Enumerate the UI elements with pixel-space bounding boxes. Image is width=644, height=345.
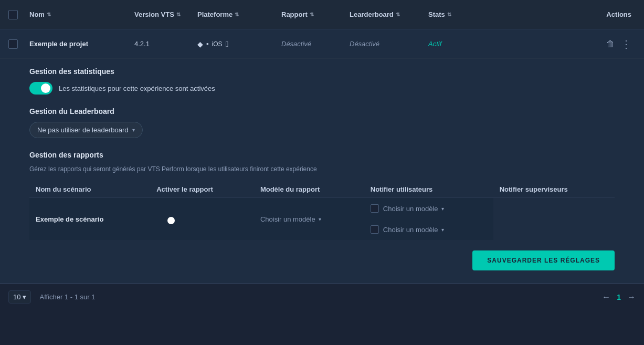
col-header-version[interactable]: Version VTS ⇅ bbox=[134, 11, 197, 18]
col-plateforme-sort-icon: ⇅ bbox=[235, 12, 239, 17]
col-header-actions: Actions bbox=[491, 11, 636, 18]
platform-icons-group: ◆ ▪ iOS  bbox=[197, 39, 281, 48]
platform-cell: ◆ ▪ iOS  bbox=[197, 39, 281, 48]
main-container: Nom ⇅ Version VTS ⇅ Plateforme ⇅ Rapport… bbox=[0, 0, 644, 345]
ios-label: iOS bbox=[212, 40, 223, 48]
col-nom-label: Nom bbox=[29, 11, 45, 18]
leaderboard-dropdown-caret-icon: ▾ bbox=[132, 127, 135, 133]
save-button-row: SAUVEGARDER LES RÉGLAGES bbox=[29, 250, 615, 270]
stats-status: Actif bbox=[428, 40, 441, 48]
report-model-dropdown[interactable]: Choisir un modèle ▾ bbox=[260, 215, 321, 223]
leaderboard-status-cell: Désactivé bbox=[350, 40, 428, 48]
current-page-number: 1 bbox=[617, 293, 621, 301]
scenario-name: Exemple de scénario bbox=[36, 215, 103, 223]
col-report-model: Modèle du rapport bbox=[254, 181, 364, 198]
col-plateforme-label: Plateforme bbox=[197, 11, 233, 18]
col-rapport-sort-icon: ⇅ bbox=[310, 12, 314, 17]
save-settings-button[interactable]: SAUVEGARDER LES RÉGLAGES bbox=[472, 250, 615, 270]
col-leaderboard-label: Learderboard bbox=[350, 11, 394, 18]
more-options-icon[interactable]: ⋮ bbox=[621, 38, 631, 50]
project-name: Exemple de projet bbox=[29, 40, 88, 48]
select-all-checkbox[interactable] bbox=[8, 10, 18, 19]
version-cell: 4.2.1 bbox=[134, 40, 197, 48]
next-page-arrow[interactable]: → bbox=[627, 292, 636, 302]
col-actions-label: Actions bbox=[606, 11, 631, 18]
stats-toggle-slider bbox=[29, 82, 52, 95]
col-activate-report: Activer le rapport bbox=[150, 181, 254, 198]
col-notify-users: Notifier utilisateurs bbox=[364, 181, 493, 198]
pagination-right: ← 1 → bbox=[602, 292, 636, 302]
leaderboard-section: Gestion du Leaderboard Ne pas utiliser d… bbox=[29, 107, 615, 138]
delete-icon[interactable]: 🗑 bbox=[606, 39, 615, 49]
col-leaderboard-sort-icon: ⇅ bbox=[396, 12, 400, 17]
row-checkbox-cell bbox=[8, 39, 29, 49]
prev-page-arrow[interactable]: ← bbox=[602, 292, 610, 302]
notify-supervisors-caret-icon: ▾ bbox=[441, 227, 444, 233]
page-info: Afficher 1 - 1 sur 1 bbox=[39, 293, 95, 301]
notify-users-cell: Choisir un modèle ▾ bbox=[364, 198, 493, 219]
row-actions-cell: 🗑 ⋮ bbox=[491, 38, 636, 50]
rapport-status: Désactivé bbox=[281, 40, 311, 48]
leaderboard-section-title: Gestion du Leaderboard bbox=[29, 107, 615, 116]
header-checkbox-cell bbox=[8, 10, 29, 19]
notify-supervisors-checkbox[interactable] bbox=[371, 225, 379, 234]
col-version-sort-icon: ⇅ bbox=[176, 12, 181, 17]
col-header-rapport[interactable]: Rapport ⇅ bbox=[281, 11, 350, 18]
notify-users-checkbox[interactable] bbox=[371, 204, 379, 213]
expanded-content: Gestion des statistiques Les statistique… bbox=[0, 59, 644, 283]
row-actions-group: 🗑 ⋮ bbox=[606, 38, 631, 50]
version-value: 4.2.1 bbox=[134, 40, 150, 48]
rapport-status-cell: Désactivé bbox=[281, 40, 350, 48]
table-header: Nom ⇅ Version VTS ⇅ Plateforme ⇅ Rapport… bbox=[0, 0, 644, 29]
notify-users-dropdown[interactable]: Choisir un modèle ▾ bbox=[383, 205, 444, 213]
col-rapport-label: Rapport bbox=[281, 11, 308, 18]
per-page-value: 10 bbox=[13, 293, 20, 301]
expanded-row: Exemple de projet 4.2.1 ◆ ▪ iOS  Désact… bbox=[0, 29, 644, 284]
reports-description: Gérez les rapports qui seront générés pa… bbox=[29, 165, 615, 173]
notify-users-caret-icon: ▾ bbox=[441, 206, 444, 212]
notify-supervisors-model-label: Choisir un modèle bbox=[383, 226, 438, 234]
leaderboard-status: Désactivé bbox=[350, 40, 379, 48]
col-header-stats[interactable]: Stats ⇅ bbox=[428, 11, 491, 18]
leaderboard-dropdown[interactable]: Ne pas utiliser de leaderboard ▾ bbox=[29, 122, 143, 138]
stats-toggle-label: Les statistiques pour cette expérience s… bbox=[59, 85, 215, 92]
row-checkbox[interactable] bbox=[8, 39, 18, 49]
col-stats-label: Stats bbox=[428, 11, 445, 18]
stats-status-cell: Actif bbox=[428, 40, 491, 48]
project-name-cell: Exemple de projet bbox=[29, 40, 134, 48]
col-header-leaderboard[interactable]: Learderboard ⇅ bbox=[350, 11, 428, 18]
report-model-label: Choisir un modèle bbox=[260, 215, 315, 223]
col-version-label: Version VTS bbox=[134, 11, 174, 18]
pagination-bar: 10 ▾ Afficher 1 - 1 sur 1 ← 1 → bbox=[0, 284, 644, 310]
per-page-select[interactable]: 10 ▾ bbox=[8, 290, 31, 304]
per-page-caret-icon: ▾ bbox=[23, 293, 26, 301]
col-notify-supervisors: Notifier superviseurs bbox=[493, 181, 615, 198]
report-model-caret-icon: ▾ bbox=[319, 216, 321, 222]
reports-section: Gestion des rapports Gérez les rapports … bbox=[29, 151, 615, 270]
col-nom-sort-icon: ⇅ bbox=[47, 12, 51, 17]
activate-report-cell bbox=[150, 198, 254, 241]
windows-icon: ▪ bbox=[206, 40, 209, 48]
reports-table-head: Nom du scénario Activer le rapport Modèl… bbox=[29, 181, 615, 198]
stats-section-title: Gestion des statistiques bbox=[29, 67, 615, 76]
col-scenario-name: Nom du scénario bbox=[29, 181, 150, 198]
scenario-name-cell: Exemple de scénario bbox=[29, 198, 150, 241]
col-stats-sort-icon: ⇅ bbox=[447, 12, 451, 17]
notify-supervisors-dropdown[interactable]: Choisir un modèle ▾ bbox=[383, 226, 444, 234]
col-header-nom[interactable]: Nom ⇅ bbox=[29, 11, 134, 18]
report-model-cell: Choisir un modèle ▾ bbox=[254, 198, 364, 241]
stats-section: Gestion des statistiques Les statistique… bbox=[29, 67, 615, 95]
reports-table-body: Exemple de scénario Choisir un mo bbox=[29, 198, 615, 241]
notify-supervisors-cell: Choisir un modèle ▾ bbox=[364, 219, 493, 240]
main-data-row: Exemple de projet 4.2.1 ◆ ▪ iOS  Désact… bbox=[0, 29, 644, 59]
notify-users-model-label: Choisir un modèle bbox=[383, 205, 438, 213]
apple-icon:  bbox=[226, 39, 228, 48]
table-row: Exemple de scénario Choisir un mo bbox=[29, 198, 615, 241]
stats-toggle-row: Les statistiques pour cette expérience s… bbox=[29, 82, 615, 95]
reports-table: Nom du scénario Activer le rapport Modèl… bbox=[29, 181, 615, 240]
col-header-plateforme[interactable]: Plateforme ⇅ bbox=[197, 11, 281, 18]
android-icon: ◆ bbox=[197, 40, 203, 48]
leaderboard-dropdown-label: Ne pas utiliser de leaderboard bbox=[37, 126, 128, 134]
reports-section-title: Gestion des rapports bbox=[29, 151, 615, 159]
stats-toggle[interactable] bbox=[29, 82, 52, 95]
